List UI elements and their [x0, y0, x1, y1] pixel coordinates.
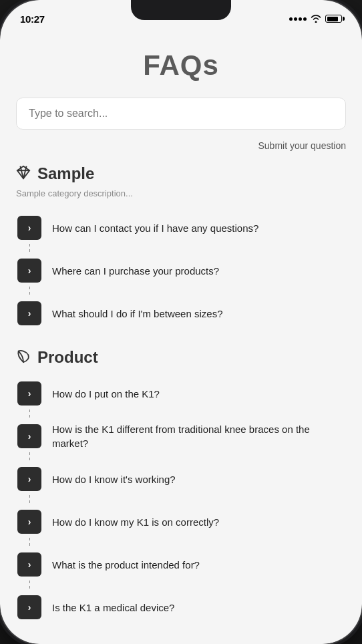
faq-expand-button[interactable]: › — [17, 259, 41, 283]
faq-question-text: How do I put on the K1? — [52, 387, 160, 401]
faq-item: ›What should I do if I'm between sizes? — [16, 292, 346, 335]
chevron-right-icon: › — [28, 559, 31, 570]
faq-question: How is the K1 different from traditional… — [43, 415, 346, 458]
faq-line-col: › — [16, 206, 43, 249]
faq-question-text: How can I contact you if I have any ques… — [52, 221, 258, 235]
faq-line-col: › — [16, 249, 43, 292]
search-input[interactable] — [29, 108, 333, 120]
phone-screen: 10:27 FAQs — [0, 0, 362, 644]
faq-expand-button[interactable]: › — [17, 510, 41, 534]
faq-question-text: How do I know it's working? — [52, 472, 176, 486]
faq-question: How do I know it's working? — [43, 458, 346, 500]
faq-item: ›How is the K1 different from traditiona… — [16, 415, 346, 458]
faq-expand-button[interactable]: › — [17, 552, 41, 577]
page-title: FAQs — [0, 36, 362, 98]
categories-container: SampleSample category description...›How… — [0, 164, 362, 642]
chevron-right-icon: › — [28, 222, 31, 233]
leaf-icon — [16, 349, 31, 363]
faq-question: How do I put on the K1? — [43, 372, 346, 415]
category-title: Sample — [37, 164, 94, 183]
signal-icon — [289, 17, 307, 21]
faq-question: What should I do if I'm between sizes? — [43, 292, 346, 335]
chevron-right-icon: › — [28, 308, 31, 319]
faq-expand-button[interactable]: › — [17, 301, 41, 325]
category-section-product: Product›How do I put on the K1?›How is t… — [0, 348, 362, 642]
faq-question-text: How is the K1 different from traditional… — [52, 422, 346, 450]
diamond-icon — [16, 165, 31, 180]
submit-question-link[interactable]: Submit your question — [0, 140, 362, 164]
faq-question: What is the product intended for? — [43, 543, 346, 586]
wifi-icon — [311, 15, 321, 23]
faq-item: ›How do I put on the K1? — [16, 372, 346, 415]
faq-question-text: What should I do if I'm between sizes? — [52, 307, 223, 321]
chevron-right-icon: › — [28, 474, 31, 484]
chevron-right-icon: › — [28, 388, 31, 399]
faq-line-col: › — [16, 415, 43, 458]
faq-question-text: How do I know my K1 is on correctly? — [52, 515, 219, 529]
faq-expand-button[interactable]: › — [17, 424, 41, 448]
faq-line-col: › — [16, 458, 43, 500]
battery-icon — [325, 15, 342, 23]
faq-item: ›Where can I purchase your products? — [16, 249, 346, 292]
category-section-sample: SampleSample category description...›How… — [0, 164, 362, 348]
faq-line-col: › — [16, 543, 43, 586]
category-header: Product — [16, 348, 346, 367]
phone-frame: 10:27 FAQs — [0, 0, 362, 644]
faq-item: ›How can I contact you if I have any que… — [16, 206, 346, 249]
faq-item: ›How do I know my K1 is on correctly? — [16, 500, 346, 543]
faq-question: How do I know my K1 is on correctly? — [43, 500, 346, 543]
faq-question-text: Is the K1 a medical device? — [52, 601, 174, 615]
leaf-icon — [16, 349, 31, 367]
chevron-right-icon: › — [28, 602, 31, 613]
faq-question-text: What is the product intended for? — [52, 558, 200, 572]
chevron-right-icon: › — [28, 265, 31, 276]
faq-line-col: › — [16, 500, 43, 543]
category-description: Sample category description... — [16, 188, 346, 198]
category-header: Sample — [16, 164, 346, 183]
category-title: Product — [37, 348, 98, 367]
content-area: FAQs Submit your question SampleSample c… — [0, 29, 362, 644]
faq-question-text: Where can I purchase your products? — [52, 264, 219, 278]
faq-question: Is the K1 a medical device? — [43, 586, 346, 629]
faq-list: ›How do I put on the K1?›How is the K1 d… — [16, 372, 346, 629]
notch — [131, 0, 231, 20]
diamond-icon — [16, 165, 31, 183]
search-bar[interactable] — [16, 98, 346, 130]
faq-item: ›How do I know it's working? — [16, 458, 346, 500]
faq-line-col: › — [16, 586, 43, 629]
faq-list: ›How can I contact you if I have any que… — [16, 206, 346, 335]
faq-question: How can I contact you if I have any ques… — [43, 206, 346, 249]
faq-expand-button[interactable]: › — [17, 381, 41, 406]
status-icons — [289, 15, 342, 23]
faq-line-col: › — [16, 292, 43, 335]
chevron-right-icon: › — [28, 431, 31, 442]
faq-expand-button[interactable]: › — [17, 467, 41, 491]
chevron-right-icon: › — [28, 516, 31, 527]
faq-expand-button[interactable]: › — [17, 216, 41, 240]
status-time: 10:27 — [20, 13, 45, 25]
faq-question: Where can I purchase your products? — [43, 249, 346, 292]
faq-expand-button[interactable]: › — [17, 595, 41, 619]
faq-item: ›Is the K1 a medical device? — [16, 586, 346, 629]
faq-line-col: › — [16, 372, 43, 415]
faq-item: ›What is the product intended for? — [16, 543, 346, 586]
